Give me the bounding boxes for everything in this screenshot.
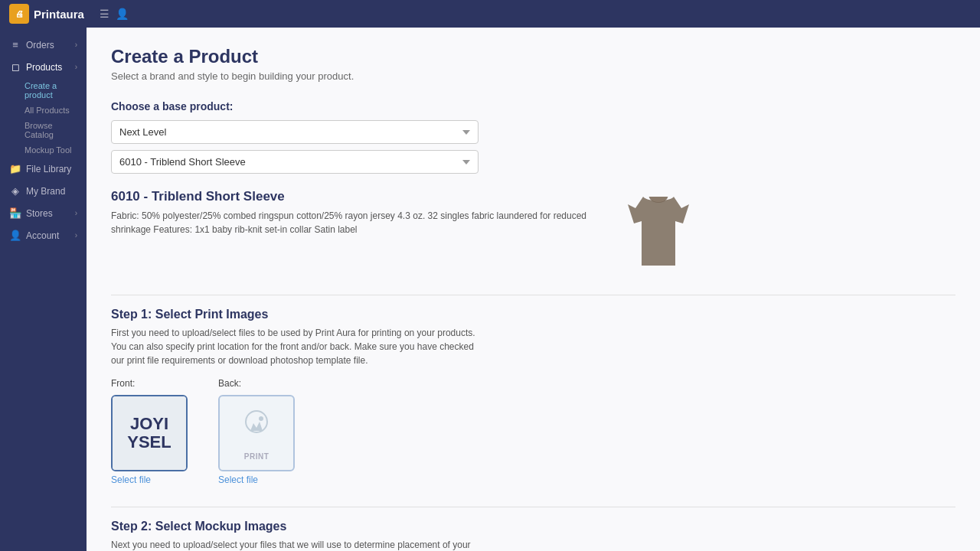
sidebar: ≡ Orders › ◻ Products › Create a product… [0, 28, 87, 551]
page-title: Create a Product [111, 46, 956, 67]
product-detail-description: Fabric: 50% polyester/25% combed ringspu… [111, 209, 609, 236]
sidebar-item-account-label: Account [26, 230, 70, 241]
step1-section: Step 1: Select Print Images First you ne… [111, 308, 956, 485]
sidebar-item-stores-label: Stores [26, 208, 70, 219]
style-select[interactable]: 6010 - Triblend Short Sleeve 3600 - Prem… [111, 150, 479, 174]
base-product-label: Choose a base product: [111, 100, 956, 112]
step1-description: First you need to upload/select files to… [111, 326, 479, 367]
step1-front-slot: Front: JOYIYSEL Select file [111, 378, 188, 485]
step2-title: Step 2: Select Mockup Images [111, 520, 956, 533]
sidebar-sub-all-products[interactable]: All Products [18, 103, 87, 118]
step1-back-placeholder: PRINT [238, 406, 275, 461]
step2-section: Step 2: Select Mockup Images Next you ne… [111, 520, 956, 551]
product-info-card: 6010 - Triblend Short Sleeve Fabric: 50%… [111, 189, 693, 273]
products-submenu: Create a product All Products Browse Cat… [0, 78, 87, 158]
step1-back-image-box[interactable]: PRINT [218, 395, 295, 471]
step1-images-grid: Front: JOYIYSEL Select file Back: [111, 378, 956, 485]
step1-back-print-label: PRINT [244, 452, 270, 461]
topnav: 🖨 Printaura ☰ 👤 [0, 0, 980, 28]
sidebar-sub-browse-catalog[interactable]: Browse Catalog [18, 118, 87, 142]
sidebar-item-file-library-label: File Library [26, 164, 77, 174]
products-chevron: › [75, 63, 77, 71]
sidebar-sub-create-product[interactable]: Create a product [18, 78, 87, 103]
step1-front-label: Front: [111, 378, 188, 389]
brand-select[interactable]: Next Level Bella+Canvas Gildan [111, 120, 479, 144]
sidebar-item-orders-label: Orders [26, 40, 70, 51]
sidebar-sub-mockup-tool[interactable]: Mockup Tool [18, 142, 87, 158]
sidebar-item-products[interactable]: ◻ Products › [0, 56, 87, 78]
stores-chevron: › [75, 209, 77, 217]
layout: ≡ Orders › ◻ Products › Create a product… [0, 28, 980, 551]
page-subtitle: Select a brand and style to begin buildi… [111, 70, 956, 82]
topnav-icons: ☰ 👤 [100, 8, 129, 20]
sidebar-item-stores[interactable]: 🏪 Stores › [0, 202, 87, 224]
sidebar-item-orders[interactable]: ≡ Orders › [0, 34, 87, 56]
file-library-icon: 📁 [9, 163, 21, 174]
sidebar-item-my-brand-label: My Brand [26, 186, 77, 197]
product-detail-name: 6010 - Triblend Short Sleeve [111, 189, 609, 204]
sidebar-item-my-brand[interactable]: ◈ My Brand [0, 180, 87, 202]
sidebar-item-products-label: Products [26, 62, 70, 73]
tshirt-svg [628, 193, 689, 269]
my-brand-icon: ◈ [9, 185, 21, 197]
svg-point-1 [259, 416, 263, 421]
orders-icon: ≡ [9, 39, 21, 51]
logo-text: Printaura [34, 8, 84, 21]
orders-chevron: › [75, 41, 77, 49]
user-icon[interactable]: 👤 [116, 8, 129, 20]
stores-icon: 🏪 [9, 207, 21, 219]
step1-back-select-file-link[interactable]: Select file [218, 474, 295, 485]
step1-front-print-content: JOYIYSEL [113, 396, 186, 470]
step1-title: Step 1: Select Print Images [111, 308, 956, 321]
logo[interactable]: 🖨 Printaura [9, 4, 84, 24]
product-image [624, 189, 693, 273]
sidebar-item-account[interactable]: 👤 Account › [0, 224, 87, 246]
step1-front-select-file-link[interactable]: Select file [111, 474, 188, 485]
step2-description: Next you need to upload/select your file… [111, 538, 479, 551]
step1-back-label: Back: [218, 378, 295, 389]
divider-1 [111, 295, 956, 295]
divider-2 [111, 507, 956, 507]
main-content: Create a Product Select a brand and styl… [87, 28, 980, 551]
account-icon: 👤 [9, 230, 21, 241]
print-placeholder-icon [238, 406, 275, 449]
sidebar-item-file-library[interactable]: 📁 File Library [0, 158, 87, 180]
logo-icon: 🖨 [9, 4, 29, 24]
step1-front-image-box[interactable]: JOYIYSEL [111, 395, 188, 471]
account-chevron: › [75, 231, 77, 240]
menu-icon[interactable]: ☰ [100, 8, 109, 20]
products-icon: ◻ [9, 61, 21, 73]
base-product-selects: Next Level Bella+Canvas Gildan 6010 - Tr… [111, 120, 479, 174]
step1-back-slot: Back: PRINT [218, 378, 295, 485]
product-info-text: 6010 - Triblend Short Sleeve Fabric: 50%… [111, 189, 609, 236]
